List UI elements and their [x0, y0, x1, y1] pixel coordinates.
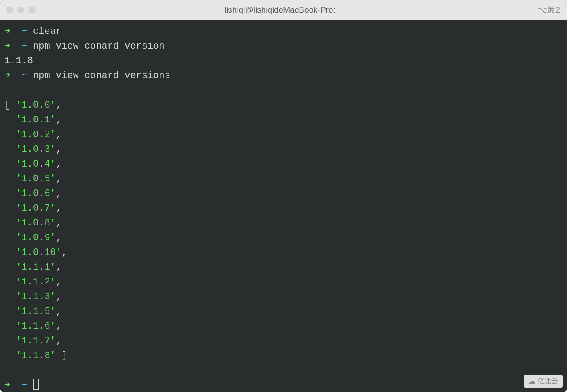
terminal-window: lishiqi@lishiqideMacBook-Pro: ~ ⌥⌘2 ➜ ~ … — [0, 0, 567, 392]
window-shortcut: ⌥⌘2 — [538, 5, 560, 15]
arrow-icon: ➜ — [4, 26, 10, 37]
window-title: lishiqi@lishiqideMacBook-Pro: ~ — [225, 5, 342, 15]
version-item: '1.1.8' ] — [4, 349, 563, 363]
version-item: '1.0.9', — [4, 231, 563, 245]
version-item: [ '1.0.0', — [4, 98, 563, 113]
prompt-line-cursor: ➜ ~ — [4, 378, 563, 392]
command-text: npm view conard version — [33, 41, 165, 52]
command-text: npm view conard versions — [33, 70, 170, 81]
version-item: '1.1.7', — [4, 334, 563, 349]
path-indicator: ~ — [22, 380, 27, 391]
window-controls — [6, 7, 36, 13]
minimize-button[interactable] — [17, 7, 24, 13]
version-item: '1.0.6', — [4, 186, 563, 201]
version-item: '1.0.3', — [4, 142, 563, 157]
path-indicator: ~ — [22, 41, 27, 52]
version-item: '1.0.1', — [4, 113, 563, 127]
titlebar: lishiqi@lishiqideMacBook-Pro: ~ ⌥⌘2 — [0, 0, 567, 20]
path-indicator: ~ — [22, 70, 27, 81]
arrow-icon: ➜ — [4, 380, 10, 391]
arrow-icon: ➜ — [4, 41, 10, 52]
close-button[interactable] — [6, 7, 13, 13]
path-indicator: ~ — [22, 26, 27, 37]
version-item: '1.1.2', — [4, 275, 563, 290]
blank-line — [4, 363, 563, 378]
version-item: '1.0.5', — [4, 172, 563, 186]
version-item: '1.0.8', — [4, 216, 563, 231]
watermark: ☁ 亿速云 — [524, 375, 563, 388]
version-item: '1.0.4', — [4, 157, 563, 172]
version-item: '1.1.5', — [4, 304, 563, 319]
version-item: '1.0.2', — [4, 127, 563, 142]
arrow-icon: ➜ — [4, 70, 10, 81]
version-item: '1.0.10', — [4, 245, 563, 260]
version-item: '1.1.1', — [4, 260, 563, 275]
version-item: '1.1.6', — [4, 319, 563, 334]
version-item: '1.0.7', — [4, 201, 563, 216]
maximize-button[interactable] — [29, 7, 36, 13]
command-text: clear — [33, 26, 62, 37]
versions-array-output: [ '1.0.0', '1.0.1', '1.0.2', '1.0.3', '1… — [4, 98, 563, 363]
prompt-line-1: ➜ ~ clear — [4, 24, 563, 39]
output-line: 1.1.8 — [4, 54, 563, 69]
cursor — [33, 379, 39, 390]
blank-line — [4, 83, 563, 98]
version-item: '1.1.3', — [4, 290, 563, 304]
prompt-line-3: ➜ ~ npm view conard versions — [4, 69, 563, 83]
prompt-line-2: ➜ ~ npm view conard version — [4, 39, 563, 54]
cloud-icon: ☁ — [528, 376, 536, 386]
watermark-text: 亿速云 — [538, 377, 558, 386]
terminal-content[interactable]: ➜ ~ clear ➜ ~ npm view conard version 1.… — [0, 20, 567, 392]
